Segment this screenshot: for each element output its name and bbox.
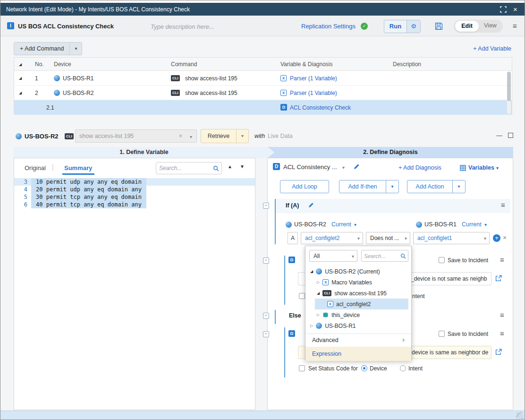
variables-caret-icon[interactable]: ▾	[496, 165, 499, 171]
search-icon[interactable]	[213, 165, 219, 171]
collapsed-icon[interactable]: ▷	[317, 280, 320, 284]
tree-item-device[interactable]: ◢ US-BOS-R2 (Current)	[305, 266, 412, 277]
open-external-icon[interactable]	[495, 349, 502, 355]
remove-condition-icon[interactable]: ×	[503, 234, 507, 241]
collapse-else-diag-icon[interactable]: −	[263, 331, 269, 337]
add-action-caret-icon[interactable]: ▾	[452, 180, 466, 193]
table-scrollbar[interactable]	[507, 71, 511, 114]
code-search-input[interactable]	[159, 163, 210, 173]
expanded-icon[interactable]: ◢	[317, 291, 320, 295]
table-row-selected[interactable]: 2.1 D ACL Consistency Check	[14, 100, 512, 115]
if-menu-icon[interactable]: ≡	[501, 201, 505, 209]
right-operand-select[interactable]: acl_configlet1 ▾	[413, 232, 490, 244]
maximize-icon[interactable]	[508, 133, 513, 138]
search-icon[interactable]	[400, 253, 406, 259]
else-diag-menu-icon[interactable]: ≡	[500, 329, 504, 337]
then-menu-icon[interactable]: ≡	[500, 256, 504, 264]
operator-select[interactable]: Does not ... ▾	[366, 232, 410, 244]
live-data-label[interactable]: Live Data	[268, 133, 293, 139]
advanced-item[interactable]: Advanced ›	[305, 334, 411, 347]
if-left-mode-caret-icon[interactable]: ▾	[354, 222, 356, 227]
code-view[interactable]: 3 10 permit udp any any eq domain 4 20 p…	[14, 178, 255, 208]
header-menu-icon[interactable]: ≡	[513, 22, 517, 30]
then-set-status-checkbox[interactable]	[299, 293, 305, 299]
run-settings-gear-icon[interactable]: ⚙	[406, 20, 420, 33]
command-input[interactable]: show access-list 195 × ▾	[75, 129, 197, 143]
tab-original[interactable]: Original	[25, 164, 46, 171]
collapse-else-icon[interactable]: −	[263, 313, 269, 319]
add-command-caret-icon[interactable]: ▾	[69, 43, 82, 55]
code-line[interactable]: 4 20 permit udp any eq domain any	[14, 186, 255, 193]
collapse-all-icon[interactable]: ◢	[19, 62, 22, 67]
row-expand-icon[interactable]: ◢	[19, 76, 22, 80]
line-number: 5	[14, 193, 31, 201]
diagnosis-selector[interactable]: ACL Consistency ...	[283, 163, 337, 171]
close-icon[interactable]: ×	[513, 5, 517, 13]
find-next-icon[interactable]: ▼	[240, 164, 245, 169]
then-save-to-incident-checkbox[interactable]	[439, 257, 445, 263]
collapsed-icon[interactable]: ▷	[310, 324, 313, 328]
collapse-then-icon[interactable]: −	[263, 257, 269, 264]
replication-settings-link[interactable]: Replication Settings	[301, 23, 356, 30]
parser-link[interactable]: Parser (1 Variable)	[290, 75, 337, 82]
retrieve-button[interactable]: Retrieve	[201, 129, 236, 143]
add-action-button[interactable]: Add Action	[407, 180, 453, 193]
expression-item[interactable]: Expression	[305, 347, 411, 361]
code-line[interactable]: 5 30 permit tcp any any eq domain	[14, 193, 255, 201]
row-expand-icon[interactable]: ◢	[19, 91, 22, 95]
edit-diagnosis-pencil-icon[interactable]	[354, 163, 360, 170]
collapsed-icon[interactable]: ▷	[317, 313, 320, 317]
table-scrollbar-thumb[interactable]	[507, 72, 511, 101]
view-toggle[interactable]: View	[484, 22, 497, 29]
else-save-to-incident-checkbox[interactable]	[439, 331, 445, 337]
clear-command-icon[interactable]: ×	[179, 133, 182, 139]
collapse-if-icon[interactable]: −	[263, 203, 269, 209]
left-operand-select[interactable]: acl_configlet2 ▾	[301, 232, 363, 244]
else-menu-icon[interactable]: ≡	[500, 311, 504, 319]
set-status-code-label: Set Status Code for	[308, 365, 358, 372]
resize-grip[interactable]	[516, 412, 523, 419]
find-prev-icon[interactable]: ▲	[228, 164, 232, 169]
minimize-icon[interactable]: —	[496, 132, 502, 139]
tab-summary[interactable]: Summary	[64, 164, 92, 171]
edit-if-pencil-icon[interactable]	[308, 202, 314, 208]
tree-item-this-device[interactable]: ▷ this_device	[305, 309, 412, 320]
add-diagnosis-link[interactable]: + Add Diagnosis	[398, 164, 441, 171]
run-button[interactable]: Run	[384, 20, 406, 33]
retrieve-caret-icon[interactable]: ▾	[236, 129, 248, 143]
add-if-then-button[interactable]: Add If-then	[339, 180, 386, 193]
popup-filter-select[interactable]: All ▾	[309, 250, 357, 262]
else-set-status-checkbox[interactable]	[299, 365, 305, 371]
parser-link[interactable]: Parser (1 Variable)	[290, 90, 337, 96]
if-right-mode[interactable]: Current	[462, 221, 482, 228]
if-right-mode-caret-icon[interactable]: ▾	[484, 222, 487, 227]
status-intent-radio[interactable]	[400, 365, 406, 371]
add-command-button[interactable]: + Add Command	[14, 43, 69, 55]
variables-button[interactable]: Variables	[468, 164, 494, 171]
tree-item-variable-selected[interactable]: x acl_configlet2	[315, 299, 408, 309]
add-condition-icon[interactable]: +	[493, 234, 500, 242]
add-if-then-caret-icon[interactable]: ▾	[386, 180, 399, 193]
diagnosis-link[interactable]: ACL Consistency Check	[290, 104, 351, 111]
save-icon[interactable]	[435, 22, 443, 30]
table-row[interactable]: ◢ 1 US-BOS-R1 CLI show access-list 195 x…	[14, 71, 512, 86]
description-input[interactable]	[151, 21, 283, 32]
diagnosis-selector-caret-icon[interactable]: ▾	[342, 165, 345, 170]
tree-item-macro-variables[interactable]: ▷ x Macro Variables	[305, 277, 412, 288]
tree-item-command[interactable]: ◢ CLI show access-list 195	[305, 288, 412, 299]
popup-search-input[interactable]	[364, 251, 398, 260]
code-line[interactable]: 3 10 permit udp any any eq domain	[14, 178, 255, 186]
expand-window-icon[interactable]	[500, 6, 507, 13]
code-line[interactable]: 6 40 permit tcp any eq domain any	[14, 201, 255, 208]
if-left-mode[interactable]: Current	[331, 221, 351, 228]
row-device: US-BOS-R1	[63, 75, 93, 82]
status-device-radio[interactable]	[361, 365, 367, 371]
tree-item-device[interactable]: ▷ US-BOS-R1	[305, 320, 412, 331]
edit-toggle[interactable]: Edit	[455, 21, 479, 32]
expanded-icon[interactable]: ◢	[310, 269, 313, 274]
add-variable-link[interactable]: + Add Variable	[473, 45, 511, 52]
add-loop-button[interactable]: Add Loop	[280, 180, 329, 193]
open-external-icon[interactable]	[495, 275, 502, 282]
table-row[interactable]: ◢ 2 US-BOS-R2 CLI show access-list 195 x…	[14, 86, 512, 100]
command-caret-icon[interactable]: ▾	[190, 134, 192, 139]
